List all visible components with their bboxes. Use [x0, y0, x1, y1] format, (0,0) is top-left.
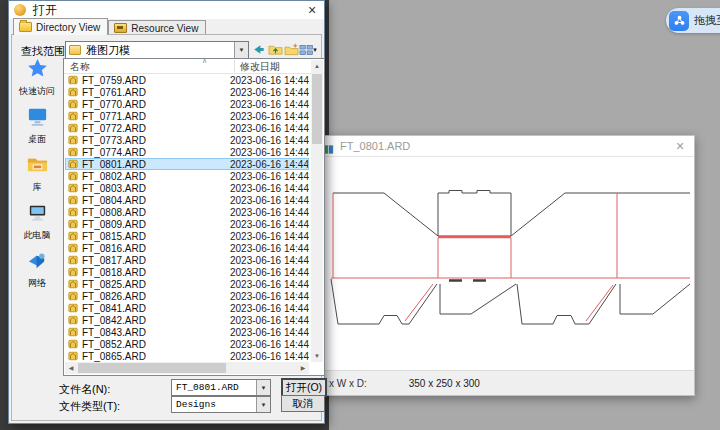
file-row[interactable]: FT_0761.ARD2023-06-16 14:44: [65, 86, 309, 98]
file-row[interactable]: FT_0826.ARD2023-06-16 14:44: [65, 290, 309, 302]
file-row[interactable]: FT_0842.ARD2023-06-16 14:44: [65, 314, 309, 326]
file-row[interactable]: FT_0771.ARD2023-06-16 14:44: [65, 110, 309, 122]
file-name: FT_0826.ARD: [82, 291, 230, 302]
column-divider[interactable]: [234, 60, 235, 72]
ard-file-icon: [68, 99, 78, 109]
sidebar-item-computer[interactable]: 此电脑: [24, 201, 51, 242]
file-row[interactable]: FT_0808.ARD2023-06-16 14:44: [65, 206, 309, 218]
file-name: FT_0816.ARD: [82, 243, 230, 254]
sort-ascending-icon: [202, 57, 207, 65]
file-type-dropdown-button[interactable]: [256, 397, 270, 412]
ard-file-icon: [68, 279, 78, 289]
file-name: FT_0803.ARD: [82, 183, 230, 194]
open-dialog: 打开 Directory View Resource View 查找范围(I):…: [8, 0, 325, 424]
sidebar-item-library[interactable]: 库: [26, 153, 49, 194]
file-name: FT_0770.ARD: [82, 99, 230, 110]
file-date: 2023-06-16 14:44: [230, 159, 309, 170]
tab-resource-view[interactable]: Resource View: [108, 20, 206, 35]
ard-file-icon: [68, 147, 78, 157]
horizontal-scrollbar[interactable]: [65, 362, 309, 374]
vertical-scroll-thumb[interactable]: [312, 74, 322, 144]
file-name-dropdown-button[interactable]: [256, 380, 270, 395]
file-name-combobox[interactable]: FT_0801.ARD: [171, 379, 271, 396]
ard-file-icon: [68, 243, 78, 253]
dimensions-label: L x W x D:: [321, 378, 367, 389]
file-type-value: Designs: [176, 399, 216, 410]
ard-file-icon: [68, 75, 78, 85]
up-one-level-icon[interactable]: [268, 42, 283, 57]
vertical-scrollbar[interactable]: [311, 60, 323, 362]
star-icon: [26, 57, 49, 84]
horizontal-scroll-thumb[interactable]: [78, 363, 226, 373]
back-icon[interactable]: [251, 42, 266, 57]
view-menu-dropdown-arrow[interactable]: [312, 47, 318, 53]
dialog-title: 打开: [33, 2, 57, 19]
folder-icon: [69, 45, 81, 55]
file-row[interactable]: FT_0802.ARD2023-06-16 14:44: [65, 170, 309, 182]
file-row[interactable]: FT_0770.ARD2023-06-16 14:44: [65, 98, 309, 110]
file-row[interactable]: FT_0815.ARD2023-06-16 14:44: [65, 230, 309, 242]
share-cluster-icon: [669, 11, 689, 31]
preview-title: FT_0801.ARD: [340, 140, 410, 152]
file-row[interactable]: FT_0825.ARD2023-06-16 14:44: [65, 278, 309, 290]
column-header-name[interactable]: 名称: [70, 60, 90, 74]
file-row[interactable]: FT_0809.ARD2023-06-16 14:44: [65, 218, 309, 230]
new-folder-icon[interactable]: [284, 42, 299, 57]
file-row[interactable]: FT_0759.ARD2023-06-16 14:44: [65, 74, 309, 86]
file-row[interactable]: FT_0852.ARD2023-06-16 14:44: [65, 338, 309, 350]
look-in-dropdown-button[interactable]: [234, 42, 248, 58]
file-date: 2023-06-16 14:44: [230, 99, 309, 110]
file-row[interactable]: FT_0843.ARD2023-06-16 14:44: [65, 326, 309, 338]
file-row[interactable]: FT_0774.ARD2023-06-16 14:44: [65, 146, 309, 158]
file-row[interactable]: FT_0803.ARD2023-06-16 14:44: [65, 182, 309, 194]
file-row[interactable]: FT_0816.ARD2023-06-16 14:44: [65, 242, 309, 254]
dieline-preview-canvas: [315, 157, 694, 370]
file-date: 2023-06-16 14:44: [230, 315, 309, 326]
ard-file-icon: [68, 339, 78, 349]
file-date: 2023-06-16 14:44: [230, 339, 309, 350]
computer-icon: [26, 201, 49, 228]
ard-file-icon: [68, 231, 78, 241]
file-row[interactable]: FT_0772.ARD2023-06-16 14:44: [65, 122, 309, 134]
file-row[interactable]: FT_0817.ARD2023-06-16 14:44: [65, 254, 309, 266]
tab-directory-view[interactable]: Directory View: [13, 18, 108, 35]
file-type-combobox[interactable]: Designs: [171, 396, 271, 413]
file-date: 2023-06-16 14:44: [230, 243, 309, 254]
sidebar-item-star[interactable]: 快速访问: [19, 57, 55, 98]
file-row[interactable]: FT_0773.ARD2023-06-16 14:44: [65, 134, 309, 146]
drag-transfer-widget[interactable]: 拖拽至: [666, 8, 720, 33]
dialog-titlebar[interactable]: 打开: [9, 1, 324, 19]
ard-file-icon: [68, 327, 78, 337]
dieline-svg: [328, 158, 691, 370]
preview-close-icon[interactable]: [672, 138, 688, 154]
scroll-up-icon[interactable]: [311, 60, 323, 72]
file-row[interactable]: FT_0865.ARD2023-06-16 14:44: [65, 350, 309, 362]
file-date: 2023-06-16 14:44: [230, 171, 309, 182]
dialog-close-icon[interactable]: [304, 2, 320, 18]
file-date: 2023-06-16 14:44: [230, 135, 309, 146]
file-row[interactable]: FT_0818.ARD2023-06-16 14:44: [65, 266, 309, 278]
scroll-down-icon[interactable]: [311, 350, 323, 362]
sidebar-item-label: 此电脑: [24, 229, 51, 242]
preview-titlebar[interactable]: FT_0801.ARD: [315, 136, 694, 157]
sidebar-item-network[interactable]: 网络: [26, 249, 49, 290]
column-header-date[interactable]: 修改日期: [240, 60, 280, 74]
scroll-left-icon[interactable]: [65, 362, 77, 374]
file-name: FT_0843.ARD: [82, 327, 230, 338]
file-row[interactable]: FT_0801.ARD2023-06-16 14:44: [65, 158, 309, 170]
network-icon: [26, 249, 49, 276]
file-date: 2023-06-16 14:44: [230, 183, 309, 194]
file-name: FT_0773.ARD: [82, 135, 230, 146]
file-row[interactable]: FT_0804.ARD2023-06-16 14:44: [65, 194, 309, 206]
places-sidebar: 快速访问桌面库此电脑网络: [13, 57, 61, 377]
look-in-combobox[interactable]: 雅图刀模: [65, 41, 249, 59]
view-tabs: Directory View Resource View: [13, 20, 206, 35]
tab-label: Directory View: [36, 22, 100, 33]
file-date: 2023-06-16 14:44: [230, 231, 309, 242]
file-name: FT_0825.ARD: [82, 279, 230, 290]
cancel-button[interactable]: 取消: [281, 395, 325, 412]
file-row[interactable]: FT_0841.ARD2023-06-16 14:44: [65, 302, 309, 314]
scroll-right-icon[interactable]: [297, 362, 309, 374]
sidebar-item-desktop[interactable]: 桌面: [26, 105, 49, 146]
folder-icon: [19, 22, 32, 32]
